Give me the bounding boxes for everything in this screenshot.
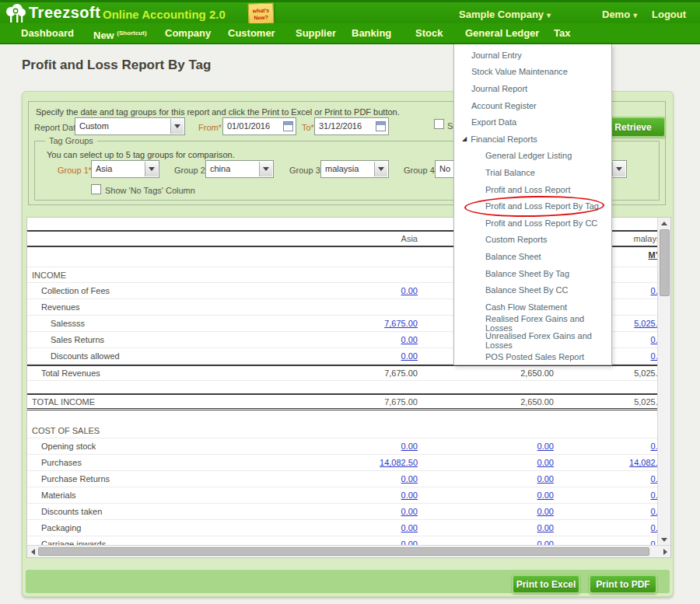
amount-link-asia[interactable]: 0.00	[338, 335, 418, 344]
chevron-down-icon[interactable]	[374, 162, 387, 176]
amount-link-asia[interactable]: 7,675.00	[338, 319, 418, 328]
nav-supplier[interactable]: Supplier	[296, 23, 336, 43]
whats-new-badge[interactable]: what's New?	[248, 2, 275, 24]
menu-item-profit-and-loss-report-by-tag[interactable]: Profit and Loss Report By Tag	[454, 197, 611, 215]
amount-link-asia[interactable]: 0.00	[338, 523, 418, 532]
menu-item-financial-reports[interactable]: ◢Financial Reports	[454, 131, 611, 148]
nav-customer[interactable]: Customer	[228, 23, 275, 43]
menu-item-account-register[interactable]: Account Register	[454, 97, 611, 114]
group3-select[interactable]: malaysia	[320, 160, 389, 178]
chevron-down-icon[interactable]	[259, 162, 272, 176]
amount-link-asia[interactable]: 0.00	[338, 507, 418, 516]
company-menu[interactable]: Sample Company	[459, 9, 551, 20]
nav-general-ledger[interactable]: General Ledger	[465, 23, 539, 43]
chevron-down-icon[interactable]	[170, 119, 184, 134]
from-date-value: 01/01/2016	[227, 121, 270, 131]
to-date-input[interactable]: 31/12/2016	[314, 117, 389, 135]
nav-new[interactable]: New (Shortcut)	[93, 23, 147, 43]
amount-china: 2,650.00	[418, 368, 554, 378]
amount-link-china[interactable]: 0.00	[418, 539, 554, 545]
nav-stock[interactable]: Stock	[415, 23, 443, 43]
group3-value: malaysia	[325, 164, 359, 173]
menu-item-journal-entry[interactable]: Journal Entry	[454, 47, 611, 64]
menu-item-balance-sheet[interactable]: Balance Sheet	[454, 248, 611, 265]
amount-link-china[interactable]: 0.00	[418, 458, 554, 467]
scroll-up-arrow-icon[interactable]	[659, 218, 670, 229]
menu-item-trial-balance[interactable]: Trial Balance	[454, 164, 611, 181]
amount-link-asia[interactable]: 0.00	[338, 442, 418, 451]
menu-item-pos-posted-sales-report[interactable]: POS Posted Sales Report	[454, 349, 611, 366]
report-date-value: Custom	[79, 121, 109, 131]
amount-link-malaysia[interactable]: 0.00	[554, 474, 657, 484]
amount-link-malaysia[interactable]: 0.00	[554, 523, 657, 532]
amount-link-china[interactable]: 0.00	[418, 491, 554, 500]
report-date-select[interactable]: Custom	[75, 117, 185, 135]
group2-select[interactable]: china	[205, 160, 274, 178]
horizontal-scrollbar-thumb[interactable]	[38, 547, 649, 556]
amount-link-malaysia[interactable]: 0.00	[554, 442, 657, 451]
menu-item-balance-sheet-by-tag[interactable]: Balance Sheet By Tag	[454, 265, 611, 282]
no-tags-checkbox[interactable]	[91, 184, 101, 194]
menu-item-unrealised-forex-gains-and-losses[interactable]: Unrealised Forex Gains and Losses	[454, 332, 611, 349]
menu-item-cash-flow-statement[interactable]: Cash Flow Statement	[454, 299, 611, 316]
menu-item-profit-and-loss-report-by-cc[interactable]: Profit and Loss Report By CC	[454, 215, 611, 232]
chevron-down-icon[interactable]	[612, 162, 625, 176]
chevron-down-icon[interactable]	[145, 162, 158, 176]
table-row: Discounts taken 0.00 0.00 0.00	[27, 504, 657, 520]
amount-asia: 7,675.00	[338, 368, 418, 378]
calendar-icon[interactable]	[376, 121, 386, 131]
table-row: Opening stock 0.00 0.00 0.00	[27, 438, 657, 455]
menu-item-label: Financial Reports	[471, 134, 537, 144]
from-date-input[interactable]: 01/01/2016	[222, 117, 296, 135]
to-date-value: 31/12/2016	[319, 121, 362, 131]
amount-link-asia[interactable]: 0.00	[338, 286, 418, 295]
amount-link-asia[interactable]: 0.00	[338, 539, 418, 545]
menu-item-general-ledger-listing[interactable]: General Ledger Listing	[454, 148, 611, 165]
nav-banking[interactable]: Banking	[352, 23, 391, 43]
vertical-scrollbar[interactable]	[657, 218, 670, 545]
expanded-triangle-icon: ◢	[462, 135, 467, 142]
menu-item-export-data[interactable]: Export Data	[454, 113, 611, 131]
amount-link-asia[interactable]: 0.00	[338, 491, 418, 500]
nav-dashboard[interactable]: Dashboard	[21, 23, 74, 43]
menu-item-realised-forex-gains-and-losses[interactable]: Realised Forex Gains and Losses	[454, 316, 611, 333]
logout-link[interactable]: Logout	[652, 9, 686, 20]
menu-item-balance-sheet-by-cc[interactable]: Balance Sheet By CC	[454, 281, 611, 299]
vertical-scrollbar-thumb[interactable]	[660, 229, 670, 296]
table-row: Packaging 0.00 0.00 0.00	[27, 520, 657, 536]
row-label: Carriage inwards	[27, 539, 338, 545]
row-label: TOTAL INCOME	[27, 397, 338, 407]
scroll-right-arrow-icon[interactable]	[660, 546, 670, 557]
summary-checkbox[interactable]	[434, 119, 444, 129]
amount-link-asia[interactable]: 14,082.50	[338, 458, 418, 467]
print-to-excel-button[interactable]: Print to Excel	[512, 574, 580, 594]
amount-link-asia[interactable]: 0.00	[338, 474, 418, 484]
menu-item-stock-value-maintenance[interactable]: Stock Value Maintenance	[454, 64, 611, 81]
menu-item-custom-reports[interactable]: Custom Reports	[454, 232, 611, 249]
amount-link-malaysia[interactable]: 14,082.50	[554, 458, 657, 467]
nav-tax[interactable]: Tax	[554, 23, 570, 43]
table-spacer	[27, 381, 657, 393]
calendar-icon[interactable]	[283, 121, 293, 131]
scroll-down-arrow-icon[interactable]	[659, 534, 670, 545]
amount-link-china[interactable]: 0.00	[418, 442, 554, 451]
user-menu[interactable]: Demo	[602, 9, 637, 20]
print-to-pdf-button[interactable]: Print to PDF	[589, 574, 657, 594]
scroll-left-arrow-icon[interactable]	[27, 546, 38, 557]
amount-malaysia: 5,025.00	[554, 368, 657, 378]
top-header-bar: Treezsoft Online Accounting 2.0 what's N…	[0, 0, 700, 23]
amount-link-malaysia[interactable]: 0.00	[554, 507, 657, 516]
amount-link-malaysia[interactable]: 0.00	[554, 539, 657, 545]
row-label: Discounts taken	[27, 507, 338, 516]
amount-link-china[interactable]: 0.00	[418, 507, 554, 516]
table-row: Purchase Returns 0.00 0.00 0.00	[27, 471, 657, 487]
horizontal-scrollbar[interactable]	[27, 545, 670, 557]
amount-link-asia[interactable]: 0.00	[338, 351, 418, 361]
nav-company[interactable]: Company	[165, 23, 211, 43]
amount-link-china[interactable]: 0.00	[418, 474, 554, 484]
amount-link-malaysia[interactable]: 0.00	[554, 491, 657, 500]
group1-select[interactable]: Asia	[91, 160, 159, 178]
menu-item-profit-and-loss-report[interactable]: Profit and Loss Report	[454, 181, 611, 198]
amount-link-china[interactable]: 0.00	[418, 523, 554, 532]
menu-item-journal-report[interactable]: Journal Report	[454, 80, 611, 97]
